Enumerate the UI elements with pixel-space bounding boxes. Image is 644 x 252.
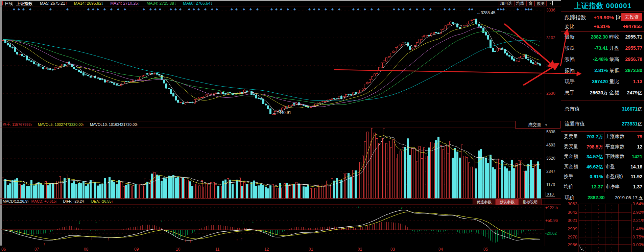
macd-button-默认参数[interactable]: 默认参数 xyxy=(496,199,519,205)
x-axis-month: 09 xyxy=(134,247,139,252)
chevron-down-icon: ▼ xyxy=(545,123,548,127)
mini-percent-label: 1.46% xyxy=(633,226,644,231)
volume-unit-badge: X10 xyxy=(546,192,555,197)
x-axis-month: 08 xyxy=(84,247,88,252)
x-axis-month: 05 xyxy=(483,247,488,252)
volume-selector-label: 成交量 xyxy=(528,122,541,127)
x-axis-month: 12 xyxy=(264,247,269,252)
volume-pane-header: 总手: 115767993↑MAVOL5: 10027473220.00↑MAV… xyxy=(3,122,144,128)
macd-header-item: MACD: +0.615↑ xyxy=(31,199,60,203)
volume-header-item: MAVOL10: 10163421720.00↑ xyxy=(90,122,141,127)
mini-percent-label: 2.21% xyxy=(633,218,644,223)
trading-app: { "colors":{"red":"#e23535","brightRed":… xyxy=(0,0,644,252)
macd-button-优选参数[interactable]: 优选参数 xyxy=(473,199,496,205)
mini-price-label: 2956 xyxy=(563,242,577,247)
macd-header-item: MACD(12,26,9) xyxy=(3,199,28,203)
x-axis-line xyxy=(0,246,561,246)
mini-price-label: 3021 xyxy=(563,218,577,223)
mini-percent-label: 2.92% xyxy=(633,210,644,215)
x-axis-month: 11 xyxy=(215,247,219,252)
mini-price-label: 2999 xyxy=(563,226,577,231)
mini-price-label: 3042 xyxy=(563,210,577,215)
x-axis-month: 02 xyxy=(358,247,362,252)
mini-price-label: 3063 xyxy=(563,201,577,206)
mini-percent-label: 3.64% xyxy=(633,201,644,206)
macd-button-指标说明[interactable]: 指标说明 xyxy=(519,199,542,205)
mini-percent-label: 0.00% xyxy=(633,242,644,247)
volume-header-item: MAVOL5: 10027473220.00↑ xyxy=(38,122,87,127)
x-axis-month: 01 xyxy=(309,247,313,252)
x-axis-month: 06 xyxy=(1,247,6,252)
macd-header-item: DIFF: -26.24↑ xyxy=(63,199,88,203)
x-axis-month: 07 xyxy=(34,247,39,252)
x-axis-month: 04 xyxy=(438,247,443,252)
volume-indicator-selector[interactable]: 成交量▼ xyxy=(515,121,560,129)
quote-panel: 上证指数 000001 跟踪指数 +19.90% [3年] 去投资 委比 +6.… xyxy=(561,0,644,252)
mini-price-label: 2978 xyxy=(563,234,577,239)
volume-header-item: 总手: 115767993↑ xyxy=(3,122,35,127)
macd-header-item: DEA: -26.55↑ xyxy=(91,199,116,203)
mini-percent-label: 0.75% xyxy=(633,234,644,239)
macd-pane-header: MACD(12,26,9)MACD: +0.615↑DIFF: -26.24↑D… xyxy=(3,199,119,205)
x-axis-month: 03 xyxy=(390,247,395,252)
x-axis-month: 10 xyxy=(176,247,180,252)
